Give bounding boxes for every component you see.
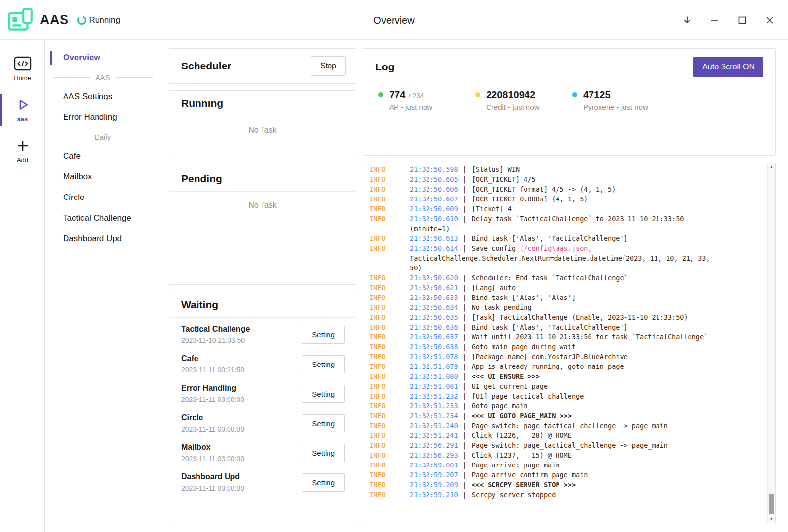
setting-button[interactable]: Setting (302, 444, 345, 462)
divider-line (53, 137, 89, 137)
nav-item-tactical-challenge[interactable]: Tactical Challenge (45, 208, 161, 228)
log-separator: | (463, 175, 467, 183)
task-info: Error Handling2023-11-11 03:00:00 (181, 384, 244, 403)
pending-card-head: Pending (169, 166, 356, 192)
log-line: INFO21:32:50.635|[Task] TacticalChalleng… (369, 312, 710, 322)
nav-divider-daily: Daily (53, 133, 153, 141)
stat-pyroxene: 47125Pyroxene - just now (572, 89, 669, 111)
log-time: 21:32:51.078 (410, 353, 458, 361)
stat-value: 47125 (583, 89, 611, 100)
scrollbar-thumb[interactable] (769, 494, 774, 514)
divider-line (116, 77, 153, 78)
log-segment: Bind task ['Alas', 'TacticalChallenge'] (472, 323, 628, 331)
log-separator: | (463, 382, 467, 390)
log-separator: | (463, 215, 467, 223)
running-card: Running No Task (169, 90, 356, 159)
log-line: INFO21:32:50.614|Save config ./config\aa… (369, 243, 710, 273)
setting-button[interactable]: Setting (302, 414, 345, 432)
log-separator: | (463, 481, 467, 489)
nav-item-circle[interactable]: Circle (45, 188, 161, 207)
log-line: INFO21:32:51.234|<<< UI GOTO PAGE_MAIN >… (369, 411, 710, 421)
log-time: 21:32:51.232 (410, 392, 458, 400)
log-segment: Click (1237, 15) @ HOME (472, 451, 572, 459)
task-time: 2023-11-11 03:00:00 (181, 425, 244, 433)
play-icon (15, 98, 30, 112)
log-time: 21:32:51.240 (410, 422, 458, 430)
log-line: INFO21:32:50.605|[OCR_TICKET] 4/5 (369, 174, 710, 184)
log-line: INFO21:32:56.291|Page switch: page_tacti… (369, 440, 710, 450)
nav-menu: OverviewAASAAS SettingsError HandlingDai… (45, 40, 161, 532)
setting-button[interactable]: Setting (302, 355, 345, 373)
stat-suffix: / 234 (408, 92, 424, 100)
rail-item-aas[interactable]: aas (0, 92, 44, 128)
log-message: Goto page_main (472, 402, 528, 410)
log-separator: | (463, 294, 467, 301)
log-separator: | (463, 441, 467, 449)
log-level: INFO (369, 421, 386, 431)
log-message: [OCR_TICKET 0.008s] (4, 1, 5) (472, 195, 588, 203)
log-segment: Page arrive: page_main (472, 461, 560, 469)
log-segment: Page switch: page_tactical_challenge -> … (472, 441, 668, 449)
nav-item-mailbox[interactable]: Mailbox (45, 167, 161, 187)
log-message: Page switch: page_tactical_challenge -> … (472, 422, 668, 430)
log-segment: UI get current page (472, 382, 548, 390)
nav-item-aas-settings[interactable]: AAS Settings (45, 87, 161, 106)
nav-item-error-handling[interactable]: Error Handling (45, 107, 161, 127)
log-segment: Scrcpy server stopped (472, 491, 556, 499)
rail-item-add[interactable]: Add (0, 133, 44, 168)
log-separator: | (463, 422, 467, 430)
task-info: Mailbox2023-11-11 03:00:00 (181, 443, 244, 463)
scheduler-column: Scheduler Stop Running No Task Pending N… (169, 48, 356, 523)
log-scrollbar[interactable]: ▲ ▼ (767, 163, 775, 523)
nav-item-cafe[interactable]: Cafe (45, 146, 161, 166)
scroll-up-icon[interactable]: ▲ (768, 163, 775, 171)
log-segment: ./config\aas.json, (520, 244, 591, 252)
log-message: Goto main page during wait (472, 343, 576, 351)
stop-button[interactable]: Stop (311, 56, 346, 76)
waiting-task-row: Dashboard Upd2023-11-11 03:00:00Setting (169, 467, 356, 497)
log-segment: Wait until 2023-11-10 21:33:50 for task … (472, 333, 708, 341)
log-message: [OCR_TICKET format] 4/5 -> (4, 1, 5) (472, 185, 616, 193)
setting-button[interactable]: Setting (302, 473, 345, 492)
log-separator: | (463, 333, 467, 341)
log-level: INFO (369, 480, 386, 490)
log-separator: | (463, 244, 467, 252)
rail-item-home[interactable]: Home (0, 50, 44, 87)
log-segment: <<< SCRCPY SERVER STOP >>> (472, 481, 576, 489)
task-time: 2023-11-11 03:00:00 (181, 484, 244, 492)
log-level: INFO (369, 293, 386, 302)
task-time: 2023-11-11 03:00:00 (181, 455, 244, 463)
auto-scroll-button[interactable]: Auto Scroll ON (693, 57, 763, 77)
update-download-icon[interactable] (680, 13, 694, 27)
log-time: 21:32:59.209 (410, 481, 458, 489)
log-time: 21:32:51.081 (410, 382, 458, 390)
scroll-down-icon[interactable]: ▼ (768, 515, 775, 523)
log-level: INFO (369, 174, 386, 184)
content: Scheduler Stop Running No Task Pending N… (161, 40, 788, 532)
minimize-icon[interactable] (708, 13, 722, 27)
log-line: INFO21:32:51.079|App is already running,… (369, 362, 710, 371)
spinner-icon (77, 15, 87, 25)
log-message: Page arrive: page_main (472, 461, 560, 469)
nav-item-overview[interactable]: Overview (45, 48, 161, 67)
log-separator: | (463, 353, 467, 361)
running-empty-text: No Task (169, 116, 356, 134)
log-separator: | (463, 402, 467, 410)
log-line: INFO21:32:51.241|Click (1226, 28) @ HOME (369, 431, 710, 440)
log-separator: | (463, 284, 467, 292)
setting-button[interactable]: Setting (302, 385, 345, 403)
setting-button[interactable]: Setting (302, 326, 345, 344)
log-segment: Page arrive confirm page_main (472, 471, 588, 479)
log-message: Click (1237, 15) @ HOME (472, 451, 572, 459)
log-title: Log (375, 61, 394, 73)
log-segment: [Task] TacticalChallenge (Enable, 2023-1… (472, 313, 688, 321)
maximize-icon[interactable] (735, 13, 749, 27)
nav-item-dashboard-upd[interactable]: Dashboard Upd (45, 229, 161, 249)
close-icon[interactable] (763, 13, 777, 27)
log-time: 21:32:50.621 (410, 284, 458, 292)
log-level: INFO (369, 362, 386, 371)
run-status: Running (77, 15, 120, 25)
stat-ap: 774/ 234AP - just now (378, 89, 475, 111)
waiting-task-row: Circle2023-11-11 03:00:00Setting (169, 408, 356, 438)
log-header-row: Log Auto Scroll ON (375, 57, 763, 77)
